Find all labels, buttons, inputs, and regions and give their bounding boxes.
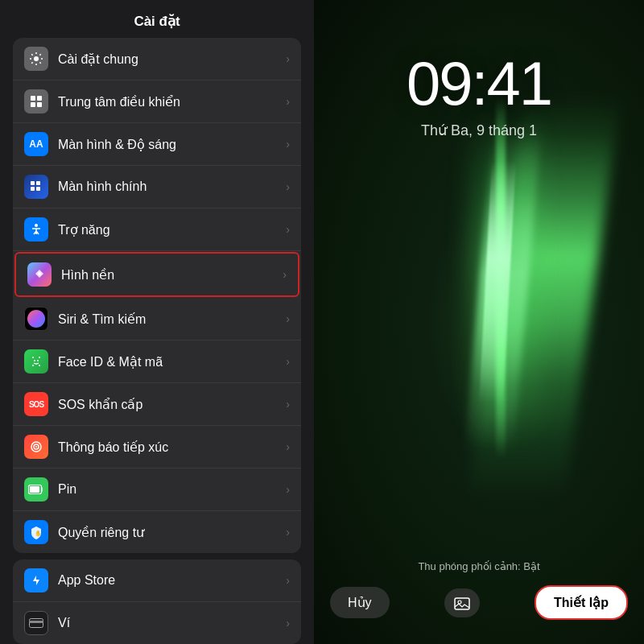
siri-chevron: ›	[286, 312, 290, 325]
settings-item-wallpaper[interactable]: Hình nền ›	[14, 252, 299, 297]
settings-item-home-screen[interactable]: Màn hình chính ›	[13, 166, 301, 208]
svg-rect-23	[455, 598, 469, 609]
wallpaper-label: Hình nền	[61, 267, 283, 283]
svg-rect-4	[37, 102, 42, 107]
setup-button[interactable]: Thiết lập	[535, 585, 628, 620]
privacy-icon: ✋	[24, 520, 48, 544]
lockscreen-content: 09:41 Thứ Ba, 9 tháng 1 Thu phóng phối c…	[314, 0, 644, 644]
svg-point-24	[458, 601, 461, 604]
wallpaper-icon	[27, 262, 52, 287]
cancel-button[interactable]: Hủy	[330, 587, 390, 618]
svg-rect-7	[31, 187, 35, 191]
lockscreen-time: 09:41	[314, 48, 644, 118]
settings-list: Cài đặt chung › Trung tâm điều khiển › A…	[0, 38, 314, 644]
settings-group-2: App Store › Ví ›	[13, 559, 301, 644]
privacy-label: Quyền riêng tư	[58, 525, 286, 540]
accessibility-label: Trợ năng	[58, 222, 286, 237]
lockscreen-date: Thứ Ba, 9 tháng 1	[314, 122, 644, 139]
faceid-icon	[24, 349, 48, 374]
settings-item-siri[interactable]: Siri & Tìm kiếm ›	[13, 298, 301, 341]
app-store-icon	[24, 568, 48, 592]
settings-item-general[interactable]: Cài đặt chung ›	[13, 38, 301, 80]
battery-icon	[24, 477, 48, 502]
settings-item-contact-notify[interactable]: Thông báo tiếp xúc ›	[13, 426, 301, 469]
battery-label: Pin	[58, 482, 286, 497]
settings-item-sos[interactable]: SOS SOS khẩn cấp ›	[13, 383, 301, 426]
settings-item-accessibility[interactable]: Trợ năng ›	[13, 208, 301, 251]
lockscreen-hint: Thu phóng phối cảnh: Bật	[330, 560, 628, 572]
contact-notify-label: Thông báo tiếp xúc	[58, 440, 286, 455]
home-screen-label: Màn hình chính	[58, 180, 286, 194]
wallpaper-chevron: ›	[283, 268, 287, 281]
settings-item-battery[interactable]: Pin ›	[13, 469, 301, 511]
general-label: Cài đặt chung	[58, 52, 286, 67]
home-screen-icon	[24, 175, 48, 199]
display-icon: AA	[24, 132, 48, 156]
siri-icon	[24, 307, 48, 331]
display-label: Màn hình & Độ sáng	[58, 137, 286, 152]
settings-item-control-center[interactable]: Trung tâm điều khiển ›	[13, 80, 301, 123]
svg-point-15	[35, 446, 37, 448]
control-center-label: Trung tâm điều khiển	[58, 94, 286, 109]
svg-rect-5	[31, 181, 35, 185]
settings-item-privacy[interactable]: ✋ Quyền riêng tư ›	[13, 511, 301, 553]
sos-chevron: ›	[286, 398, 290, 411]
privacy-chevron: ›	[286, 526, 290, 539]
settings-item-faceid[interactable]: Face ID & Mật mã ›	[13, 341, 301, 383]
contact-notify-icon	[24, 435, 48, 459]
battery-chevron: ›	[286, 483, 290, 496]
settings-panel: Cài đặt Cài đặt chung › Trung tâm điều k…	[0, 0, 314, 644]
display-chevron: ›	[286, 138, 290, 151]
svg-rect-2	[37, 96, 42, 101]
settings-title: Cài đặt	[0, 0, 314, 38]
settings-item-wallet[interactable]: Ví ›	[13, 602, 301, 644]
lockscreen-bottom-bar: Thu phóng phối cảnh: Bật Hủy Thiết lập	[314, 547, 644, 644]
general-chevron: ›	[286, 52, 290, 65]
svg-point-12	[37, 360, 39, 361]
app-store-chevron: ›	[286, 574, 290, 587]
accessibility-icon	[24, 217, 48, 242]
svg-rect-8	[36, 187, 40, 191]
wallet-icon	[24, 611, 48, 635]
sos-icon: SOS	[24, 392, 48, 416]
svg-rect-6	[36, 181, 40, 185]
svg-rect-20	[29, 621, 43, 623]
contact-notify-chevron: ›	[286, 440, 290, 453]
photo-library-button[interactable]	[444, 588, 480, 617]
sos-label: SOS khẩn cấp	[58, 397, 286, 412]
svg-rect-1	[31, 96, 35, 101]
app-store-label: App Store	[58, 573, 286, 588]
settings-item-app-store[interactable]: App Store ›	[13, 559, 301, 602]
lockscreen-panel: 09:41 Thứ Ba, 9 tháng 1 Thu phóng phối c…	[314, 0, 644, 644]
home-screen-chevron: ›	[286, 180, 290, 193]
settings-group-1: Cài đặt chung › Trung tâm điều khiển › A…	[13, 38, 301, 553]
accessibility-chevron: ›	[286, 223, 290, 236]
control-center-chevron: ›	[286, 95, 290, 108]
wallet-label: Ví	[58, 616, 286, 630]
faceid-chevron: ›	[286, 355, 290, 368]
svg-rect-3	[31, 102, 35, 107]
svg-point-11	[34, 360, 35, 361]
lockscreen-actions: Hủy Thiết lập	[330, 585, 628, 620]
svg-text:✋: ✋	[35, 530, 42, 537]
svg-point-0	[34, 56, 39, 61]
siri-label: Siri & Tìm kiếm	[58, 312, 286, 327]
settings-item-display[interactable]: AA Màn hình & Độ sáng ›	[13, 123, 301, 166]
svg-rect-17	[30, 486, 39, 493]
svg-point-9	[35, 224, 38, 227]
control-center-icon	[24, 89, 48, 114]
wallet-chevron: ›	[286, 617, 290, 630]
svg-point-10	[38, 272, 41, 275]
faceid-label: Face ID & Mật mã	[58, 354, 286, 369]
general-icon	[24, 47, 48, 71]
